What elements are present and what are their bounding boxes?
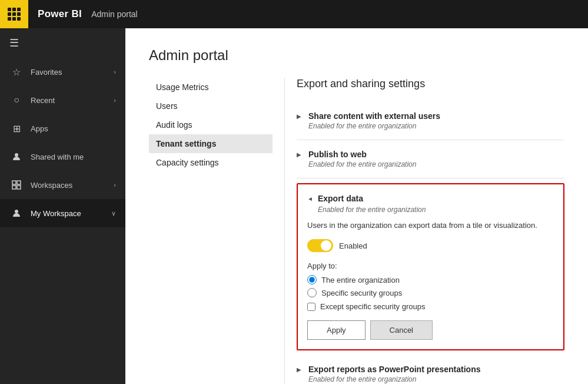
svg-rect-3 (12, 186, 16, 189)
topbar: Power BI Admin portal (0, 0, 588, 28)
collapse-arrow-icon: ▶ (297, 113, 304, 120)
setting-name-share: Share content with external users (308, 111, 440, 121)
favorites-icon: ☆ (9, 67, 24, 78)
setting-name-export: Export data (318, 194, 363, 203)
cancel-button[interactable]: Cancel (370, 320, 433, 340)
apply-button[interactable]: Apply (307, 320, 366, 340)
waffle-icon (8, 8, 21, 21)
admin-nav: Usage Metrics Users Audit logs Tenant se… (149, 78, 284, 384)
chevron-right-icon: › (114, 97, 116, 104)
sidebar-item-apps[interactable]: ⊞ Apps (0, 114, 125, 143)
sidebar-item-favorites[interactable]: ☆ Favorites › (0, 58, 125, 86)
button-row: Apply Cancel (307, 320, 554, 340)
svg-rect-4 (17, 186, 21, 189)
sidebar-item-my-workspace[interactable]: My Workspace ∨ (0, 199, 125, 227)
expand-arrow-icon: ◄ (307, 196, 313, 202)
sidebar-item-shared-with-me[interactable]: Shared with me (0, 143, 125, 171)
sidebar-item-workspaces[interactable]: Workspaces › (0, 171, 125, 199)
apply-to-label: Apply to: (307, 261, 554, 270)
workspaces-icon (9, 180, 24, 190)
topbar-title: Admin portal (91, 9, 138, 19)
setting-export-ppt: ▶ Export reports as PowerPoint presentat… (297, 355, 564, 384)
checkbox-except-row: Except specific security groups (307, 302, 554, 311)
sidebar-label-favorites: Favorites (31, 68, 114, 77)
sidebar-label-workspaces: Workspaces (31, 181, 114, 190)
setting-name-publish: Publish to web (308, 150, 367, 159)
chevron-right-icon: › (114, 181, 116, 188)
hamburger-icon: ☰ (9, 37, 19, 49)
setting-sub-export: Enabled for the entire organization (318, 206, 554, 214)
content-area: Admin portal Usage Metrics Users Audit l… (125, 28, 588, 384)
recent-icon: ○ (9, 95, 24, 105)
sidebar: ☰ ☆ Favorites › ○ Recent › ⊞ Apps Shared… (0, 28, 125, 384)
admin-nav-tenant-settings[interactable]: Tenant settings (149, 134, 273, 153)
sidebar-label-shared: Shared with me (31, 153, 116, 161)
admin-nav-usage-metrics[interactable]: Usage Metrics (149, 78, 273, 97)
setting-header-publish[interactable]: ▶ Publish to web (297, 150, 564, 159)
setting-sub-publish: Enabled for the entire organization (308, 160, 564, 168)
waffle-button[interactable] (0, 0, 28, 28)
toggle-row: Enabled (307, 239, 554, 252)
sidebar-label-apps: Apps (31, 124, 116, 133)
sidebar-item-recent[interactable]: ○ Recent › (0, 86, 125, 114)
page-title: Admin portal (149, 47, 564, 64)
svg-point-0 (15, 153, 18, 157)
toggle-label: Enabled (339, 241, 367, 250)
radio-specific-groups-row: Specific security groups (307, 288, 554, 297)
admin-layout: Usage Metrics Users Audit logs Tenant se… (149, 78, 564, 384)
hamburger-button[interactable]: ☰ (0, 28, 125, 58)
collapse-arrow-icon: ▶ (297, 366, 304, 373)
radio-entire-org-row: The entire organization (307, 275, 554, 284)
admin-nav-users[interactable]: Users (149, 97, 273, 115)
setting-share-content: ▶ Share content with external users Enab… (297, 102, 564, 140)
checkbox-except[interactable] (307, 303, 315, 311)
sidebar-label-my-workspace: My Workspace (31, 209, 111, 218)
shared-icon (9, 152, 24, 161)
setting-desc-export: Users in the organization can export dat… (307, 221, 554, 230)
setting-name-ppt: Export reports as PowerPoint presentatio… (308, 365, 481, 374)
chevron-right-icon: › (114, 68, 116, 75)
sidebar-label-recent: Recent (31, 96, 114, 105)
setting-header-share[interactable]: ▶ Share content with external users (297, 111, 564, 121)
setting-publish-web: ▶ Publish to web Enabled for the entire … (297, 140, 564, 178)
main-layout: ☰ ☆ Favorites › ○ Recent › ⊞ Apps Shared… (0, 28, 588, 384)
setting-sub-share: Enabled for the entire organization (308, 122, 564, 130)
admin-content: Export and sharing settings ▶ Share cont… (284, 78, 564, 384)
section-title: Export and sharing settings (297, 78, 564, 90)
radio-label-entire-org: The entire organization (321, 276, 400, 284)
chevron-down-icon: ∨ (111, 210, 116, 217)
checkbox-label-except: Except specific security groups (320, 302, 425, 311)
radio-entire-org[interactable] (307, 275, 317, 284)
collapse-arrow-icon: ▶ (297, 151, 304, 158)
admin-nav-audit-logs[interactable]: Audit logs (149, 115, 273, 134)
admin-nav-capacity-settings[interactable]: Capacity settings (149, 153, 273, 172)
setting-header-ppt[interactable]: ▶ Export reports as PowerPoint presentat… (297, 365, 564, 374)
setting-export-data: ◄ Export data Enabled for the entire org… (297, 183, 564, 350)
apps-icon: ⊞ (9, 123, 24, 134)
toggle-knob (321, 240, 331, 251)
svg-rect-2 (17, 181, 21, 184)
svg-point-5 (15, 210, 18, 213)
radio-label-specific-groups: Specific security groups (321, 289, 402, 297)
setting-sub-ppt: Enabled for the entire organization (308, 375, 564, 383)
setting-header-export[interactable]: ◄ Export data (307, 194, 554, 203)
my-workspace-icon (9, 208, 24, 218)
enabled-toggle[interactable] (307, 239, 333, 252)
svg-rect-1 (12, 181, 16, 184)
app-logo: Power BI (28, 8, 91, 20)
radio-specific-groups[interactable] (307, 288, 317, 297)
